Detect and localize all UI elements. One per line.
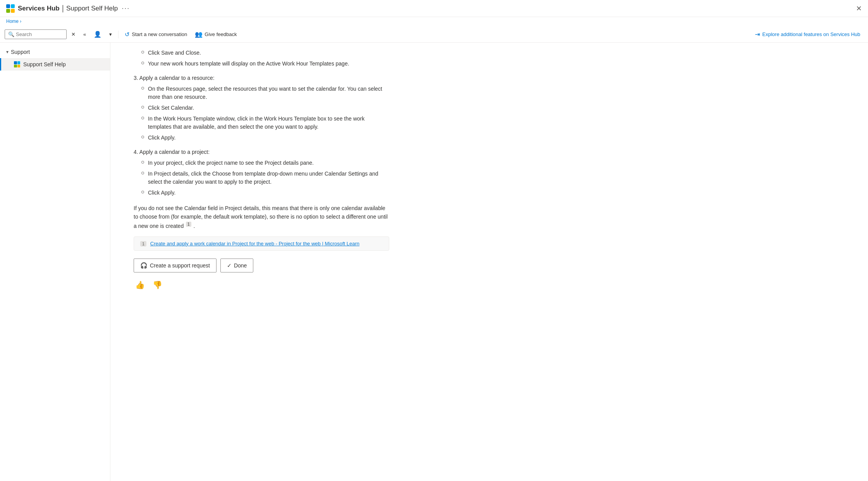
person-icon: 👤 (94, 31, 101, 38)
step4-block: 4. Apply a calendar to a project: In you… (134, 149, 389, 197)
thumbs-up-icon: 👍 (135, 281, 145, 289)
bullet-icon (141, 172, 144, 174)
step4-item-1: In your project, click the project name … (148, 159, 314, 167)
create-support-request-label: Create a support request (150, 262, 210, 269)
close-search-icon: ✕ (71, 31, 76, 37)
new-conversation-label: Start a new conversation (132, 31, 187, 37)
title-bar: Services Hub | Support Self Help ··· ✕ (0, 0, 868, 17)
step4-header: 4. Apply a calendar to a project: (134, 149, 389, 155)
step3-items-list: On the Resources page, select the resour… (134, 85, 389, 142)
explore-features-label: Explore additional features on Services … (762, 31, 860, 37)
checkmark-icon: ✓ (227, 262, 232, 269)
step4-items-list: In your project, click the project name … (134, 159, 389, 197)
list-item: Click Set Calendar. (141, 104, 389, 112)
app-title: Services Hub (18, 5, 60, 12)
sidebar-group-support-label: Support (11, 49, 30, 55)
title-separator: | (62, 4, 64, 13)
done-label: Done (234, 262, 247, 269)
step4-item-3: Click Apply. (148, 189, 175, 197)
paragraph-text: If you do not see the Calendar field in … (134, 205, 388, 229)
step4-item-2: In Project details, click the Choose fro… (148, 170, 389, 186)
sidebar-group-support[interactable]: ▾ Support (0, 46, 110, 58)
search-input[interactable] (16, 31, 63, 37)
sidebar-item-icon (14, 61, 20, 67)
person-button[interactable]: 👤 (91, 29, 105, 40)
breadcrumb: Home › (0, 17, 868, 26)
support-request-icon: 🎧 (140, 262, 148, 269)
search-box[interactable]: 🔍 (5, 29, 67, 39)
calendar-paragraph: If you do not see the Calendar field in … (134, 204, 389, 230)
thumbs-up-button[interactable]: 👍 (134, 279, 146, 291)
list-item: Click Save and Close. (141, 49, 389, 57)
app-logo (6, 4, 15, 13)
back-icon: « (83, 31, 86, 37)
list-item: Your new work hours template will displa… (141, 60, 389, 68)
more-options-button[interactable]: ··· (122, 4, 130, 12)
footnote-ref: 1 (186, 222, 191, 227)
save-item-1: Click Save and Close. (148, 49, 201, 57)
save-item-2: Your new work hours template will displa… (148, 60, 349, 68)
done-button[interactable]: ✓ Done (220, 259, 253, 272)
back-button[interactable]: « (80, 29, 89, 39)
app-subtitle: Support Self Help (66, 5, 118, 12)
group-chevron-icon: ▾ (6, 49, 9, 55)
footnote-number: 1 (140, 241, 146, 247)
sidebar-item-label-support-self-help: Support Self Help (23, 61, 66, 67)
bullet-icon (141, 136, 144, 138)
explore-features-button[interactable]: ⇥ Explore additional features on Service… (752, 29, 863, 40)
sidebar: ▾ Support Support Self Help (0, 43, 110, 481)
action-buttons: 🎧 Create a support request ✓ Done (134, 259, 389, 272)
toolbar: 🔍 ✕ « 👤 ▾ ↺ Start a new conversation 👥 G… (0, 26, 868, 43)
give-feedback-label: Give feedback (205, 31, 237, 37)
chevron-button[interactable]: ▾ (106, 29, 115, 39)
close-button[interactable]: ✕ (856, 4, 862, 13)
step3-block: 3. Apply a calendar to a resource: On th… (134, 75, 389, 142)
content-scroll: Click Save and Close. Your new work hour… (110, 43, 405, 303)
footnote-box: 1 Create and apply a work calendar in Pr… (134, 236, 389, 251)
list-item: Click Apply. (141, 134, 389, 142)
close-search-button[interactable]: ✕ (68, 29, 79, 39)
refresh-icon: ↺ (125, 31, 130, 38)
bullet-icon (141, 117, 144, 119)
give-feedback-button[interactable]: 👥 Give feedback (192, 29, 240, 40)
breadcrumb-home[interactable]: Home (6, 19, 19, 24)
list-item: In your project, click the project name … (141, 159, 389, 167)
thumbs-down-icon: 👎 (153, 281, 162, 289)
chevron-down-icon: ▾ (109, 31, 112, 37)
save-items-block: Click Save and Close. Your new work hour… (134, 49, 389, 68)
save-items-list: Click Save and Close. Your new work hour… (134, 49, 389, 68)
bullet-icon (141, 62, 144, 64)
main-layout: ▾ Support Support Self Help (0, 43, 868, 481)
bullet-icon (141, 106, 144, 109)
sidebar-section-support: ▾ Support Support Self Help (0, 43, 110, 74)
bullet-icon (141, 191, 144, 193)
list-item: In the Work Hours Template window, click… (141, 115, 389, 131)
toolbar-divider (118, 31, 119, 38)
explore-icon: ⇥ (755, 31, 760, 38)
list-item: Click Apply. (141, 189, 389, 197)
step3-item-2: Click Set Calendar. (148, 104, 194, 112)
bullet-icon (141, 87, 144, 90)
sidebar-item-support-self-help[interactable]: Support Self Help (0, 58, 110, 71)
step3-item-3: In the Work Hours Template window, click… (148, 115, 389, 131)
new-conversation-button[interactable]: ↺ Start a new conversation (122, 29, 190, 40)
paragraph-end: . (194, 222, 195, 229)
step3-item-1: On the Resources page, select the resour… (148, 85, 389, 101)
step3-header: 3. Apply a calendar to a resource: (134, 75, 389, 81)
content-area: Click Save and Close. Your new work hour… (110, 43, 868, 481)
bullet-icon (141, 51, 144, 53)
list-item: On the Resources page, select the resour… (141, 85, 389, 101)
thumbs-down-button[interactable]: 👎 (151, 279, 164, 291)
feedback-row: 👍 👎 (134, 279, 389, 291)
step3-item-4: Click Apply. (148, 134, 175, 142)
list-item: In Project details, click the Choose fro… (141, 170, 389, 186)
feedback-people-icon: 👥 (195, 31, 203, 38)
search-icon: 🔍 (8, 31, 14, 37)
footnote-link[interactable]: Create and apply a work calendar in Proj… (150, 241, 359, 247)
breadcrumb-separator: › (20, 19, 21, 24)
bullet-icon (141, 161, 144, 164)
create-support-request-button[interactable]: 🎧 Create a support request (134, 259, 217, 272)
